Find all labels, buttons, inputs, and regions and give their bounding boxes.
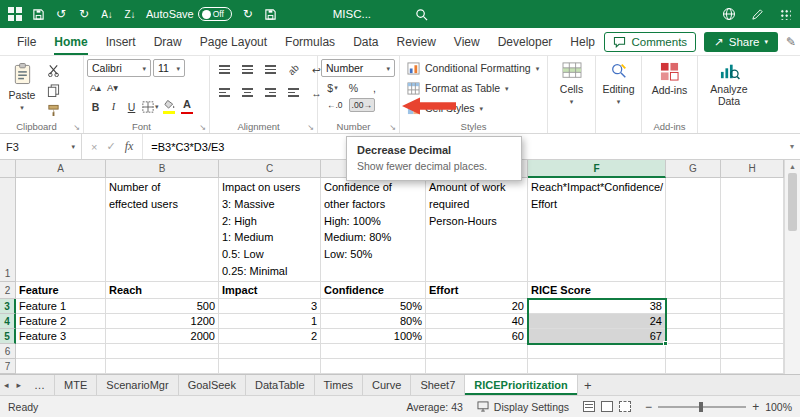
cell-H5[interactable] (721, 329, 784, 344)
cell-E5[interactable]: 60 (426, 329, 528, 344)
select-all-corner[interactable] (0, 160, 16, 178)
row-header-1[interactable]: 1 (0, 178, 16, 282)
font-name-combo[interactable]: Calibri▾ (87, 59, 151, 77)
cell-H4[interactable] (721, 314, 784, 329)
sheet-tab-goalseek[interactable]: GoalSeek (179, 375, 246, 395)
cell-G6[interactable] (666, 344, 721, 359)
align-middle-button[interactable] (239, 61, 256, 78)
row-header-5[interactable]: 5 (0, 329, 16, 344)
col-header-g[interactable]: G (666, 160, 721, 178)
page-break-view-button[interactable] (619, 401, 631, 412)
align-right-button[interactable] (262, 84, 279, 101)
tab-draw[interactable]: Draw (145, 28, 191, 55)
globe-icon[interactable] (722, 7, 736, 21)
number-format-combo[interactable]: Number▾ (321, 59, 395, 77)
editing-button[interactable]: Editing ▾ (598, 58, 639, 120)
cell-C2[interactable]: Impact (219, 282, 321, 299)
formula-bar-expand-icon[interactable]: ▾ (790, 142, 800, 151)
font-dialog-launcher[interactable]: ↘ (199, 123, 206, 132)
scroll-up-icon[interactable]: ▲ (789, 160, 796, 171)
cell-D7[interactable] (321, 359, 426, 374)
analyze-data-button[interactable]: Analyze Data (700, 58, 758, 120)
cell-B4[interactable]: 1200 (106, 314, 219, 329)
tab-review[interactable]: Review (387, 28, 444, 55)
quick-save-icon[interactable] (264, 8, 278, 21)
scrollbar-thumb[interactable] (788, 173, 797, 231)
cancel-icon[interactable]: × (91, 141, 97, 153)
cell-H2[interactable] (721, 282, 784, 299)
bold-button[interactable]: B (87, 98, 104, 115)
cell-E1[interactable]: Amount of work required Person-Hours (426, 178, 528, 282)
sheet-tab-times[interactable]: Times (315, 375, 364, 395)
sheet-tab-scenariomgr[interactable]: ScenarioMgr (97, 375, 178, 395)
vertical-scrollbar[interactable]: ▲ (784, 160, 800, 374)
zoom-in-button[interactable]: + (752, 400, 759, 414)
font-color-button[interactable]: A (179, 98, 196, 115)
cell-G1[interactable] (666, 178, 721, 282)
alignment-dialog-launcher[interactable]: ↘ (307, 123, 314, 132)
save-icon[interactable] (31, 8, 45, 21)
tab-home[interactable]: Home (45, 28, 96, 55)
align-bottom-button[interactable] (262, 61, 279, 78)
orientation-button[interactable]: ab (285, 61, 302, 78)
decrease-decimal-button[interactable]: .00→ (349, 98, 375, 112)
sheet-tab-overflow[interactable]: … (25, 375, 55, 395)
redo-icon[interactable]: ↻ (77, 7, 91, 21)
sheet-nav-prev-icon[interactable]: ◂ (0, 375, 13, 395)
col-header-h[interactable]: H (721, 160, 784, 178)
undo-icon[interactable]: ↺ (54, 7, 68, 21)
cell-G7[interactable] (666, 359, 721, 374)
cell-H3[interactable] (721, 299, 784, 314)
cell-E4[interactable]: 40 (426, 314, 528, 329)
cell-E3[interactable]: 20 (426, 299, 528, 314)
display-settings-button[interactable]: Display Settings (477, 401, 569, 413)
cell-F4[interactable]: 24 (528, 314, 666, 329)
cell-F5[interactable]: 67 (528, 329, 666, 344)
cell-D2[interactable]: Confidence (321, 282, 426, 299)
increase-decimal-button[interactable]: ←.0 (324, 98, 346, 112)
tab-view[interactable]: View (445, 28, 489, 55)
font-size-combo[interactable]: 11▾ (153, 59, 185, 77)
sheet-tab-curve[interactable]: Curve (363, 375, 411, 395)
fill-color-button[interactable] (161, 98, 178, 115)
tab-file[interactable]: File (8, 28, 45, 55)
cell-A2[interactable]: Feature (16, 282, 106, 299)
cell-C5[interactable]: 2 (219, 329, 321, 344)
col-header-b[interactable]: B (106, 160, 219, 178)
name-box-dropdown-icon[interactable]: ▾ (71, 143, 75, 150)
sort-descending-icon[interactable]: Z↓ (123, 9, 137, 20)
cell-H7[interactable] (721, 359, 784, 374)
insert-function-icon[interactable]: fx (125, 139, 134, 154)
cell-B6[interactable] (106, 344, 219, 359)
row-header-6[interactable]: 6 (0, 344, 16, 359)
cell-E6[interactable] (426, 344, 528, 359)
page-layout-view-button[interactable] (601, 401, 613, 412)
cell-E2[interactable]: Effort (426, 282, 528, 299)
cell-A3[interactable]: Feature 1 (16, 299, 106, 314)
normal-view-button[interactable] (583, 401, 595, 412)
cell-F1[interactable]: Reach*Impact*Confidence/ Effort (528, 178, 666, 282)
sheet-tab-sheet7[interactable]: Sheet7 (411, 375, 465, 395)
tab-developer[interactable]: Developer (489, 28, 562, 55)
sheet-tab-mte[interactable]: MTE (55, 375, 97, 395)
cell-G3[interactable] (666, 299, 721, 314)
cell-H1[interactable] (721, 178, 784, 282)
excel-app-icon[interactable] (8, 7, 22, 21)
col-header-f[interactable]: F (528, 160, 666, 178)
cell-D6[interactable] (321, 344, 426, 359)
comma-style-button[interactable]: , (366, 79, 383, 96)
autosave-switch[interactable]: Off (198, 7, 232, 21)
copy-button[interactable] (45, 82, 62, 99)
col-header-c[interactable]: C (219, 160, 321, 178)
cell-D4[interactable]: 80% (321, 314, 426, 329)
format-painter-button[interactable] (45, 102, 62, 119)
grow-font-button[interactable]: A▴ (87, 79, 104, 96)
tab-insert[interactable]: Insert (97, 28, 145, 55)
name-box[interactable]: F3 ▾ (0, 134, 82, 159)
zoom-slider[interactable] (658, 406, 746, 408)
cell-D1[interactable]: Confidence of other factors High: 100% M… (321, 178, 426, 282)
cell-F2[interactable]: RICE Score (528, 282, 666, 299)
align-top-button[interactable] (216, 61, 233, 78)
comments-button[interactable]: Comments (604, 32, 696, 52)
cell-F3-active[interactable]: 38 (528, 299, 666, 314)
